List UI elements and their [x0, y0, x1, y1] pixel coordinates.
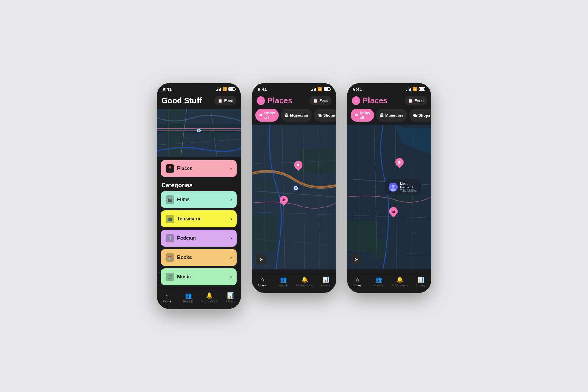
back-button-2[interactable]: ‹ [257, 96, 265, 105]
map-svg-3 [347, 125, 431, 269]
status-bar-3: 9:41 📶 [347, 83, 431, 93]
home-icon-3: ⌂ [356, 277, 359, 283]
home-label-1: Home [163, 300, 171, 303]
tab-friends-1[interactable]: 👥 Friends [178, 292, 199, 303]
tab-home-1[interactable]: ⌂ Home [157, 292, 178, 303]
feed-button-1[interactable]: 📋 Feed [215, 96, 236, 105]
tooltip-avatar-3 [389, 183, 398, 192]
status-icons-1: 📶 [216, 87, 235, 91]
tab-home-2[interactable]: ⌂ Home [252, 277, 273, 287]
tab-library-1[interactable]: 📊 Library [220, 292, 241, 303]
places-label: Places [177, 166, 192, 171]
notifications-icon-3: 🔔 [396, 276, 403, 283]
status-bar-2: 9:41 📶 [252, 83, 336, 93]
television-label: Television [177, 216, 200, 222]
museums-icon-3: 🏛 [380, 113, 384, 118]
feed-label-3: Feed [414, 98, 424, 103]
phone-2: 9:41 📶 ‹ Places 📋 Fee [252, 83, 336, 293]
books-icon: 📚 [166, 253, 174, 262]
tab-friends-2[interactable]: 👥 Friends [273, 276, 294, 287]
location-button-2[interactable]: ➤ [256, 254, 266, 264]
friends-icon-2: 👥 [280, 276, 287, 283]
tab-library-3[interactable]: 📊 Library [410, 276, 431, 287]
category-list: 🎬 Films › 📺 Television › 🎙️ Podcast › [157, 191, 241, 285]
tab-notifications-1[interactable]: 🔔 Notifications [199, 292, 220, 303]
user-location-2 [294, 186, 298, 190]
show-all-label-2: Show all [264, 111, 275, 120]
books-chevron: › [230, 255, 232, 260]
filter-shops-3[interactable]: 🛍 Shops [409, 109, 431, 122]
museums-label-3: Museums [385, 113, 403, 118]
museums-label-2: Museums [290, 113, 308, 118]
podcast-chevron: › [230, 236, 232, 241]
friends-label-3: Friends [374, 284, 383, 287]
battery-icon-2 [324, 87, 330, 91]
feed-label-1: Feed [224, 98, 233, 103]
map-full-2[interactable]: 📋 🏛 ➤ [252, 125, 336, 269]
television-icon: 📺 [166, 215, 174, 223]
home-icon-1: ⌂ [166, 292, 169, 299]
tab-bar-2: ⌂ Home 👥 Friends 🔔 Notifications 📊 Libra… [252, 273, 336, 293]
tab-notifications-3[interactable]: 🔔 Notifications [389, 276, 410, 287]
tab-notifications-2[interactable]: 🔔 Notifications [294, 276, 315, 287]
library-label-1: Library [226, 300, 235, 303]
notifications-label-1: Notifications [201, 300, 217, 303]
filter-bar-2: 👁 Show all 🏛 Museums 🛍 Shops [252, 109, 336, 125]
feed-icon-2: 📋 [313, 98, 318, 103]
filter-shops-2[interactable]: 🛍 Shops [314, 109, 336, 122]
svg-rect-11 [252, 215, 276, 251]
notifications-label-3: Notifications [392, 284, 408, 287]
notifications-label-2: Notifications [296, 284, 313, 287]
feed-label-2: Feed [319, 98, 328, 103]
films-icon: 🎬 [166, 195, 174, 204]
map-svg-2 [252, 125, 336, 269]
screens-container: 9:41 📶 Good Stuff 📋 Feed [145, 65, 443, 327]
svg-rect-13 [258, 179, 276, 197]
music-chevron: › [230, 274, 232, 280]
map-preview-1[interactable] [157, 109, 241, 157]
filter-museums-3[interactable]: 🏛 Museums [376, 109, 407, 122]
svg-rect-12 [300, 149, 336, 173]
museums-icon-2: 🏛 [285, 113, 289, 118]
filter-show-all-2[interactable]: 👁 Show all [255, 109, 279, 122]
category-television[interactable]: 📺 Television › [161, 210, 237, 227]
tab-library-2[interactable]: 📊 Library [315, 276, 336, 287]
category-music[interactable]: 🎵 Music › [161, 268, 237, 285]
filter-museums-2[interactable]: 🏛 Museums [281, 109, 312, 122]
show-all-label-3: Show all [360, 111, 370, 120]
feed-button-2[interactable]: 📋 Feed [310, 96, 331, 105]
tab-friends-3[interactable]: 👥 Friends [368, 276, 389, 287]
filter-show-all-3[interactable]: 👁 Show all [351, 109, 374, 122]
map-pin-1-3[interactable]: 📋 [395, 158, 404, 166]
wifi-icon-3: 📶 [413, 87, 417, 91]
films-chevron: › [230, 197, 232, 202]
map-pin-2-2[interactable]: 🏛 [280, 196, 288, 204]
category-films[interactable]: 🎬 Films › [161, 191, 237, 208]
tooltip-sub-3: Toby Mullins [400, 189, 418, 192]
map-pin-2-3[interactable]: 🏛 [389, 207, 398, 216]
svg-rect-3 [202, 127, 226, 142]
wifi-icon-2: 📶 [317, 87, 322, 91]
status-icons-2: 📶 [311, 87, 330, 91]
places-button[interactable]: 📍 Places › [161, 160, 237, 177]
tab-bar-1: ⌂ Home 👥 Friends 🔔 Notifications 📊 Libra… [157, 289, 241, 309]
shops-label-2: Shops [323, 113, 335, 118]
map-tooltip-3[interactable]: Meet Bernard Toby Mullins [385, 179, 421, 195]
map-full-3[interactable]: 📋 🏛 Meet Bernard [347, 125, 431, 269]
tooltip-name-3: Meet Bernard [400, 182, 418, 189]
map-pin-1-2[interactable]: 📋 [294, 161, 302, 169]
library-icon-3: 📊 [418, 276, 424, 283]
battery-icon-1 [228, 87, 235, 91]
podcast-label: Podcast [177, 236, 196, 241]
category-podcast[interactable]: 🎙️ Podcast › [161, 230, 237, 247]
tab-home-3[interactable]: ⌂ Home [347, 277, 368, 287]
wifi-icon-1: 📶 [222, 87, 227, 91]
category-books[interactable]: 📚 Books › [161, 249, 237, 266]
back-button-3[interactable]: ‹ [352, 96, 360, 105]
home-icon-2: ⌂ [261, 277, 264, 283]
notifications-icon-2: 🔔 [301, 276, 308, 283]
home-label-2: Home [258, 284, 267, 287]
library-icon-2: 📊 [322, 276, 329, 283]
location-button-3[interactable]: ➤ [351, 254, 361, 264]
feed-button-3[interactable]: 📋 Feed [405, 96, 427, 105]
